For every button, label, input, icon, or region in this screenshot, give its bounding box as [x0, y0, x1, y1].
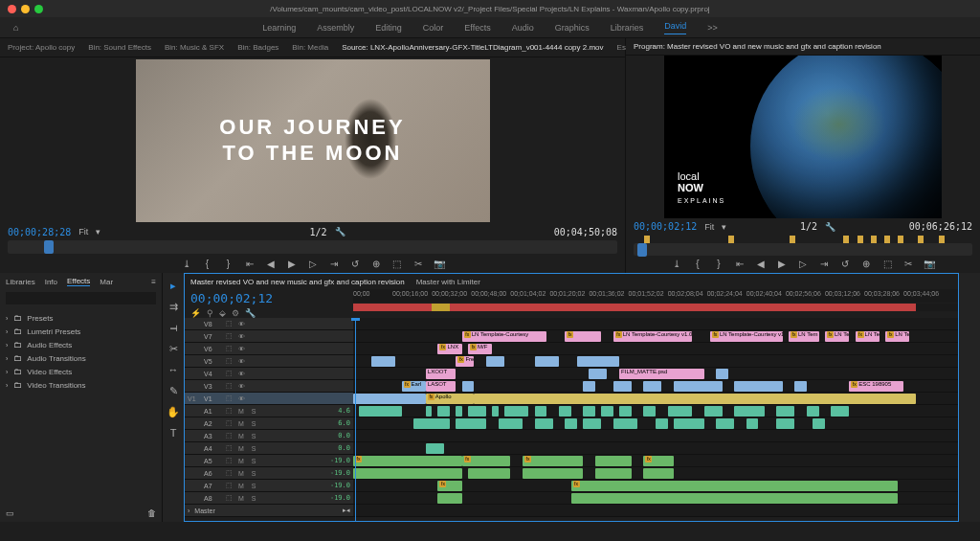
tab-markers[interactable]: Mar: [100, 278, 113, 286]
clip[interactable]: fxLN Template-Courtesy v1.0: [613, 331, 692, 342]
playhead-line[interactable]: [355, 318, 356, 521]
time-ruler[interactable]: 00;0000;00;16;0000;00;32;0000;00;48;0000…: [353, 289, 958, 303]
program-markers[interactable]: [634, 235, 972, 243]
transport-button[interactable]: }: [223, 258, 234, 269]
track-header[interactable]: V7⬚👁: [185, 330, 353, 342]
clip[interactable]: [746, 418, 759, 429]
clip[interactable]: fxApollo: [426, 394, 475, 404]
clip[interactable]: [535, 406, 547, 417]
track-header[interactable]: A4⬚MS0.0: [185, 442, 353, 454]
clip[interactable]: [668, 406, 692, 417]
track-lane[interactable]: [353, 467, 958, 479]
transport-button[interactable]: }: [713, 259, 724, 270]
clip[interactable]: [371, 356, 395, 367]
clip[interactable]: [474, 394, 915, 404]
snap-icon[interactable]: ⚡: [190, 308, 201, 318]
clip[interactable]: [456, 406, 461, 417]
timeline-playhead-tc[interactable]: 00;00;02;12: [190, 291, 347, 305]
clip[interactable]: fxLN Te: [825, 331, 849, 342]
tab-bin-media[interactable]: Bin: Media: [292, 43, 328, 52]
clip[interactable]: [468, 406, 486, 417]
clip[interactable]: fxM/F: [468, 344, 492, 354]
clip[interactable]: [468, 468, 510, 479]
clip[interactable]: [565, 418, 577, 429]
track-header[interactable]: A2⬚MS6.0: [185, 417, 353, 429]
clip[interactable]: [559, 406, 571, 417]
track-header[interactable]: A3⬚MS0.0: [185, 430, 353, 441]
clip[interactable]: fx: [462, 456, 511, 466]
transport-button[interactable]: ✂: [902, 259, 914, 270]
clip[interactable]: [486, 356, 504, 367]
effects-folder[interactable]: ›🗀Audio Effects: [6, 338, 156, 351]
track-lane[interactable]: fxfx: [353, 480, 958, 491]
clip[interactable]: FILM_MATTE.psd: [619, 369, 703, 379]
sequence-tab-active[interactable]: Master revised VO and new music and gfx …: [190, 278, 405, 286]
source-ratio[interactable]: 1/2: [309, 227, 326, 237]
track-select-tool-icon[interactable]: ⇉: [167, 300, 180, 313]
tab-bin-badges[interactable]: Bin: Badges: [237, 43, 278, 52]
track-lane[interactable]: [353, 442, 958, 454]
program-tc-in[interactable]: 00;00;02;12: [634, 221, 697, 232]
track-header[interactable]: V3⬚👁: [185, 380, 353, 392]
program-scrubber[interactable]: [634, 243, 972, 256]
tab-effects[interactable]: Effects: [67, 277, 90, 286]
selection-tool-icon[interactable]: ▸: [167, 279, 180, 292]
link-icon[interactable]: ⚲: [207, 308, 213, 318]
tab-bin-sfx[interactable]: Bin: Sound Effects: [88, 43, 151, 52]
clip[interactable]: fx: [353, 456, 462, 466]
workspace-learning[interactable]: Learning: [262, 23, 296, 33]
clip[interactable]: [583, 406, 595, 417]
workspace-color[interactable]: Color: [423, 23, 444, 33]
clip[interactable]: [456, 418, 486, 429]
track-lane[interactable]: LXOOTFILM_MATTE.psd: [353, 368, 958, 379]
transport-button[interactable]: ⤓: [671, 259, 682, 270]
clip[interactable]: [704, 406, 723, 417]
source-scrubber[interactable]: [8, 240, 617, 254]
effects-folder[interactable]: ›🗀Audio Transitions: [6, 351, 156, 365]
wrench-icon[interactable]: 🔧: [335, 227, 345, 237]
maximize-window-icon[interactable]: [34, 5, 43, 13]
workspace-assembly[interactable]: Assembly: [317, 23, 354, 33]
clip[interactable]: [437, 406, 450, 417]
workspace-audio[interactable]: Audio: [512, 23, 534, 33]
clip[interactable]: [492, 406, 498, 417]
track-lane[interactable]: [353, 405, 958, 417]
clip[interactable]: [643, 468, 674, 479]
transport-button[interactable]: ✂: [412, 258, 424, 269]
clip[interactable]: [643, 381, 661, 392]
clip[interactable]: [619, 406, 632, 417]
transport-button[interactable]: ▷: [797, 259, 809, 270]
clip[interactable]: [413, 418, 450, 429]
transport-button[interactable]: ⇥: [818, 259, 830, 270]
tab-project[interactable]: Project: Apollo copy: [8, 43, 75, 52]
clip[interactable]: [656, 418, 668, 429]
program-ratio[interactable]: 1/2: [800, 221, 817, 232]
clip[interactable]: [716, 369, 728, 379]
clip[interactable]: fx: [565, 331, 601, 342]
transport-button[interactable]: ◀: [265, 258, 277, 269]
close-window-icon[interactable]: [8, 5, 16, 13]
clip[interactable]: [353, 468, 462, 479]
program-monitor[interactable]: local NOW EXPLAINS: [626, 56, 980, 218]
slip-tool-icon[interactable]: ↔: [167, 363, 180, 376]
workspace-effects[interactable]: Effects: [464, 23, 490, 33]
clip[interactable]: [595, 468, 632, 479]
track-lane[interactable]: [353, 417, 958, 429]
clip[interactable]: [583, 381, 595, 392]
track-header[interactable]: V5⬚👁: [185, 355, 353, 367]
workspace-graphics[interactable]: Graphics: [555, 23, 590, 33]
transport-button[interactable]: {: [692, 259, 703, 270]
transport-button[interactable]: ⇥: [328, 258, 340, 269]
clip[interactable]: [734, 381, 783, 392]
settings-icon[interactable]: ⚙: [232, 308, 239, 318]
track-header[interactable]: A8⬚MS-19.0: [185, 492, 353, 504]
chevron-down-icon[interactable]: ▾: [722, 222, 726, 232]
clip[interactable]: [831, 406, 849, 417]
wrench-icon[interactable]: 🔧: [825, 222, 835, 232]
clip[interactable]: [426, 406, 432, 417]
clip[interactable]: fxFrea: [456, 356, 474, 367]
hand-tool-icon[interactable]: ✋: [167, 405, 180, 418]
transport-button[interactable]: 📷: [434, 258, 445, 269]
effects-folder[interactable]: ›🗀Video Effects: [6, 365, 156, 378]
wrench-icon[interactable]: 🔧: [245, 308, 256, 318]
